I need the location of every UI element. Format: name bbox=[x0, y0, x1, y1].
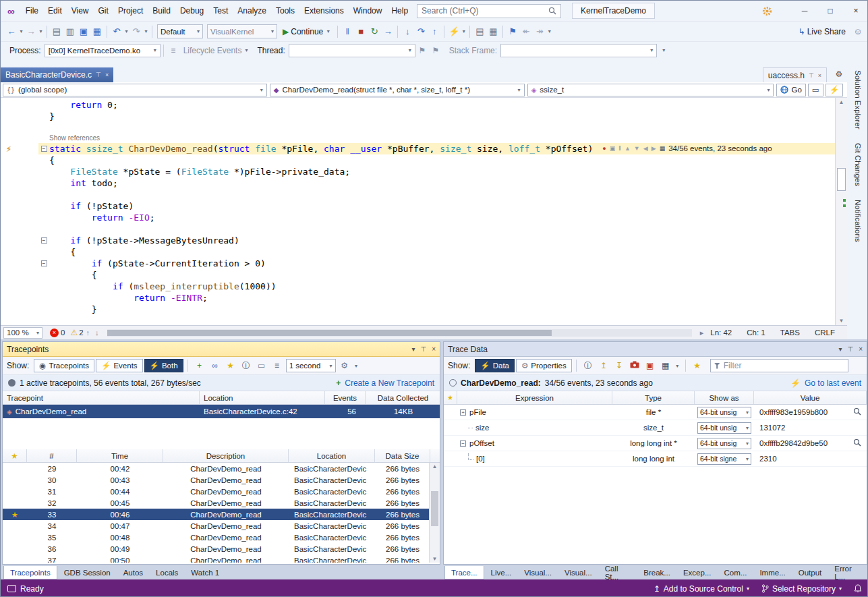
maximize-button[interactable]: □ bbox=[817, 1, 843, 21]
show-tracepoints-toggle[interactable]: ◉Tracepoints bbox=[34, 359, 94, 372]
undo-icon[interactable]: ↶ bbox=[110, 25, 123, 38]
event-star-cell[interactable] bbox=[3, 543, 27, 555]
doc-tab-active[interactable]: BasicCharacterDevice.c ⊤ × bbox=[1, 67, 113, 82]
right-tab-visual-[interactable]: Visual... bbox=[518, 566, 558, 579]
collapse-icon[interactable]: − bbox=[460, 440, 466, 447]
value-cell[interactable]: 0xffffb29842d9be50 bbox=[754, 436, 867, 451]
record-snapshot-icon[interactable]: ▣ bbox=[643, 361, 657, 370]
column-header[interactable]: # bbox=[27, 449, 77, 462]
column-header[interactable]: Location bbox=[289, 449, 375, 462]
link-events-icon[interactable]: ∞ bbox=[208, 361, 222, 370]
scroll-up-icon[interactable]: ▲ bbox=[836, 99, 847, 105]
right-tab-com-[interactable]: Com... bbox=[718, 566, 753, 579]
doc-tab-pinned[interactable]: uaccess.h ⊤ × bbox=[763, 67, 827, 82]
window-menu-icon[interactable]: ▾ bbox=[838, 345, 842, 353]
list-view-icon[interactable]: ≡ bbox=[270, 361, 284, 370]
pin-icon[interactable]: ⊤ bbox=[420, 345, 426, 353]
fold-margin[interactable]: − bbox=[38, 146, 49, 152]
right-tab-output[interactable]: Output bbox=[792, 566, 828, 579]
column-header[interactable]: Data Collected bbox=[366, 391, 440, 404]
interval-combo[interactable]: 1 second▾ bbox=[286, 359, 336, 372]
trace-annotation[interactable]: ●▣‖▲▼◀▶▦34/56 events, 23 seconds ago bbox=[602, 143, 772, 154]
event-row[interactable]: 3500:48CharDevDemo_readBasicCharacterDev… bbox=[3, 532, 429, 543]
show-properties-toggle[interactable]: ⚙Properties bbox=[516, 359, 572, 372]
code-line[interactable]: } bbox=[1, 304, 835, 315]
create-tracepoint-link[interactable]: Create a New Tracepoint bbox=[345, 378, 434, 388]
show-next-statement-icon[interactable]: → bbox=[381, 25, 395, 38]
add-item-icon[interactable]: ▥ bbox=[63, 25, 77, 38]
close-icon[interactable]: × bbox=[432, 345, 436, 353]
scroll-right-icon[interactable]: ▸ bbox=[700, 329, 704, 337]
menu-item-extensions[interactable]: Extensions bbox=[299, 1, 349, 21]
event-star-cell[interactable] bbox=[3, 474, 27, 486]
platform-combo[interactable]: VisualKernel▾ bbox=[207, 24, 277, 38]
event-star-cell[interactable] bbox=[3, 486, 27, 497]
breakpoint-gutter[interactable] bbox=[1, 281, 38, 292]
prev-issue-icon[interactable]: ↑ bbox=[86, 329, 90, 337]
watch-window-icon[interactable]: ▤ bbox=[473, 25, 486, 38]
breakpoint-gutter[interactable] bbox=[1, 292, 38, 304]
menu-item-git[interactable]: Git bbox=[94, 1, 113, 21]
tracepoint-hit-icon[interactable]: ● bbox=[602, 143, 606, 154]
right-tab-trace-[interactable]: Trace... bbox=[444, 566, 484, 579]
codelens-references[interactable]: Show references bbox=[49, 134, 100, 143]
show-data-toggle[interactable]: ⚡Data bbox=[475, 359, 515, 372]
editor-horizontal-scrollbar[interactable] bbox=[107, 329, 692, 337]
add-to-source-control-button[interactable]: ↥ Add to Source Control ▾ bbox=[654, 584, 749, 594]
right-tab-live-[interactable]: Live... bbox=[485, 566, 518, 579]
event-row[interactable]: 3100:44CharDevDemo_readBasicCharacterDev… bbox=[3, 486, 429, 497]
menu-item-window[interactable]: Window bbox=[349, 1, 387, 21]
continue-button[interactable]: ▶Continue▾ bbox=[279, 26, 335, 38]
code-line[interactable]: { bbox=[1, 246, 835, 258]
code-line[interactable]: { bbox=[1, 154, 835, 166]
code-line[interactable]: if (msleep_interruptible(1000)) bbox=[1, 281, 835, 292]
favorites-column-header[interactable]: ★ bbox=[444, 391, 457, 404]
breakpoint-gutter[interactable] bbox=[1, 122, 38, 134]
column-header[interactable]: Type bbox=[612, 391, 695, 404]
close-icon[interactable]: × bbox=[818, 72, 821, 79]
scrollbar-thumb[interactable] bbox=[431, 491, 438, 526]
bookmark-icon[interactable]: ⚑ bbox=[506, 25, 519, 38]
close-icon[interactable]: × bbox=[859, 345, 863, 353]
tab-options-gear-icon[interactable]: ⚙ bbox=[831, 69, 847, 79]
column-header[interactable]: Tracepoint bbox=[3, 391, 200, 404]
side-tab-notifications[interactable]: Notifications bbox=[854, 200, 862, 242]
column-header[interactable]: Expression bbox=[457, 391, 612, 404]
tabs-indicator[interactable]: TABS bbox=[780, 329, 800, 337]
thread-combo[interactable]: ▾ bbox=[289, 44, 415, 57]
prev-event-icon[interactable]: ◀ bbox=[643, 143, 648, 154]
search-box[interactable]: Search (Ctrl+Q) bbox=[417, 4, 561, 18]
column-header[interactable]: Description bbox=[163, 449, 289, 462]
next-event-icon[interactable]: ▶ bbox=[652, 143, 656, 154]
event-table-icon[interactable]: ▦ bbox=[660, 143, 666, 154]
restart-icon[interactable]: ↻ bbox=[368, 25, 381, 38]
view-table-icon[interactable]: ▦ bbox=[659, 361, 672, 370]
column-header[interactable]: Data Size bbox=[375, 449, 430, 462]
process-combo[interactable]: [0x0] KernelTraceDemo.ko ▾ bbox=[45, 44, 161, 57]
favorites-icon[interactable]: ★ bbox=[224, 361, 237, 370]
info-icon[interactable]: ⓘ bbox=[239, 360, 253, 372]
code-editor[interactable]: return 0;}Show references⚡−static ssize_… bbox=[1, 98, 847, 325]
event-row[interactable]: 2900:42CharDevDemo_readBasicCharacterDev… bbox=[3, 463, 429, 474]
minimize-button[interactable]: ─ bbox=[792, 1, 817, 21]
info-icon[interactable]: ⓘ bbox=[581, 360, 595, 372]
right-tab-visual-[interactable]: Visual... bbox=[558, 566, 598, 579]
left-tab-locals[interactable]: Locals bbox=[150, 566, 184, 579]
scope-dropdown[interactable]: {} (global scope) ▾ bbox=[3, 84, 267, 96]
event-star-cell[interactable]: ★ bbox=[3, 509, 27, 520]
update-gear-icon[interactable] bbox=[761, 5, 773, 17]
event-star-cell[interactable] bbox=[3, 520, 27, 532]
configuration-combo[interactable]: Default▾ bbox=[157, 24, 203, 38]
code-line[interactable]: return -EIO; bbox=[1, 212, 835, 223]
menu-item-file[interactable]: File bbox=[21, 1, 43, 21]
right-tab-excep-[interactable]: Excep... bbox=[677, 566, 718, 579]
value-cell[interactable]: 0xffff983e1959b800 bbox=[754, 405, 867, 420]
visualkernel-quick-actions-button[interactable]: ⚡ bbox=[826, 84, 843, 96]
menu-item-tools[interactable]: Tools bbox=[271, 1, 299, 21]
show-both-toggle[interactable]: ⚡Both bbox=[144, 359, 183, 372]
prev-event-up-icon[interactable]: ▲ bbox=[625, 143, 631, 154]
right-tab-imme-[interactable]: Imme... bbox=[753, 566, 791, 579]
expression-cell[interactable]: −pOffset bbox=[457, 436, 612, 451]
feedback-icon[interactable]: ☺ bbox=[851, 25, 865, 38]
tracepoints-panel-header[interactable]: Tracepoints ▾ ⊤ × bbox=[3, 342, 440, 357]
